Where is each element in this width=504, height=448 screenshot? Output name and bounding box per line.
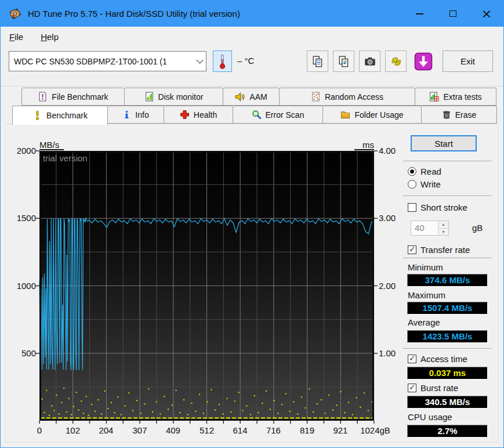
tab-folder-usage[interactable]: Folder Usage [323, 106, 422, 124]
y-left-tick-label: 1000 [6, 281, 36, 291]
cpu-usage-value: 2.7% [407, 425, 488, 438]
maximum-label: Maximum [408, 290, 445, 300]
tab-random-access[interactable]: Random Access [280, 88, 415, 106]
spinner-down-icon[interactable]: ▼ [438, 229, 448, 236]
trash-icon [442, 110, 451, 120]
extra-tests-icon [429, 92, 439, 102]
window-title: HD Tune Pro 5.75 - Hard Disk/SSD Utility… [28, 9, 240, 19]
tab-extra-tests[interactable]: Extra tests [415, 88, 496, 106]
cpu-usage-label: CPU usage [408, 412, 452, 422]
y-left-tick-label: 2000 [6, 146, 36, 156]
short-stroke-size-spinner[interactable]: 40 ▲ ▼ [411, 221, 449, 236]
short-stroke-checkbox[interactable]: Short stroke [408, 203, 467, 212]
short-stroke-unit: gB [472, 223, 483, 233]
random-access-icon [311, 92, 321, 102]
y-left-tick-label: 1500 [6, 213, 36, 223]
burst-rate-value: 340.5 MB/s [407, 396, 488, 409]
info-icon [122, 110, 131, 120]
x-tick-label: 716 [259, 425, 287, 435]
y-right-tick-label: 3.00 [379, 213, 405, 223]
close-button[interactable]: × [470, 1, 503, 27]
short-stroke-size-value: 40 [411, 221, 438, 235]
drive-select-value: WDC PC SN530 SDBPMPZ-1T00-1001 (1 [14, 57, 167, 66]
x-tick-label: 409 [159, 425, 187, 435]
copy-image-icon [338, 55, 350, 68]
chevron-down-icon [196, 56, 204, 64]
drive-select[interactable]: WDC PC SN530 SDBPMPZ-1T00-1001 (1 [9, 51, 206, 71]
toolbar: WDC PC SN530 SDBPMPZ-1T00-1001 (1 – °C [1, 47, 503, 86]
temperature-button[interactable] [213, 50, 232, 72]
tab-benchmark[interactable]: Benchmark [12, 106, 108, 125]
tab-disk-monitor[interactable]: Disk monitor [125, 88, 223, 106]
y-right-tick-label: 2.00 [379, 281, 405, 291]
y-left-tick-label: 500 [6, 348, 36, 358]
spinner-arrows[interactable]: ▲ ▼ [438, 221, 448, 235]
hdtune-logo-icon [8, 7, 22, 21]
file-benchmark-icon [38, 92, 48, 102]
tab-info[interactable]: Info [108, 106, 164, 124]
access-time-checkbox[interactable]: Access time [408, 354, 467, 364]
tab-file-benchmark[interactable]: File Benchmark [21, 88, 125, 106]
tab-aam[interactable]: AAM [223, 88, 280, 106]
write-radio[interactable]: Write [408, 179, 441, 189]
trial-watermark: trial version [43, 153, 88, 163]
tab-erase[interactable]: Erase [422, 106, 497, 124]
folder-icon [340, 110, 350, 120]
health-cross-icon [180, 110, 190, 120]
speaker-icon [235, 92, 245, 102]
x-tick-label: 512 [193, 425, 221, 435]
screenshot-camera-icon [364, 55, 376, 68]
menu-help[interactable]: Help [41, 32, 59, 42]
thermometer-icon [219, 54, 226, 69]
menu-file[interactable]: File [9, 32, 23, 42]
average-value: 1423.5 MB/s [407, 330, 488, 343]
start-button[interactable]: Start [411, 135, 477, 151]
separator [403, 196, 492, 197]
tab-row-secondary: File Benchmark Disk monitor AAM [21, 88, 496, 106]
transfer-rate-checkbox[interactable]: Transfer rate [408, 245, 470, 255]
minimize-icon [416, 13, 423, 15]
maximize-icon [449, 10, 456, 17]
x-tick-label: 921 [327, 425, 354, 435]
burst-rate-checkbox[interactable]: Burst rate [408, 383, 458, 393]
temperature-value: – °C [237, 56, 254, 66]
hands-button[interactable] [385, 50, 407, 72]
title-bar: HD Tune Pro 5.75 - Hard Disk/SSD Utility… [1, 1, 503, 27]
write-radio-circle [408, 180, 416, 189]
menu-bar: File Help [1, 27, 503, 47]
app-window: HD Tune Pro 5.75 - Hard Disk/SSD Utility… [0, 0, 504, 448]
y-left-axis-unit: MB/s [39, 140, 64, 150]
x-tick-label: 1024gB [357, 425, 394, 435]
maximize-button[interactable] [436, 1, 470, 27]
burst-rate-checkbox-box [408, 384, 416, 392]
spinner-up-icon[interactable]: ▲ [438, 221, 448, 229]
read-radio-circle [408, 167, 416, 176]
copy-image-button[interactable] [333, 50, 354, 72]
x-tick-label: 102 [59, 425, 86, 435]
benchmark-page: MB/s ms trial version 2000150010005004.0… [5, 124, 498, 442]
magnifier-icon [252, 110, 262, 120]
minimize-button[interactable] [403, 1, 436, 27]
read-radio[interactable]: Read [408, 167, 441, 176]
separator [403, 258, 492, 259]
x-tick-label: 204 [92, 425, 120, 435]
y-right-tick-label: 1.00 [379, 348, 405, 358]
disk-monitor-icon [144, 92, 154, 102]
benchmark-chart [39, 151, 374, 421]
x-tick-label: 819 [293, 425, 321, 435]
transfer-rate-checkbox-box [408, 245, 416, 254]
short-stroke-checkbox-box [408, 203, 416, 212]
download-button[interactable] [412, 50, 434, 72]
access-time-value: 0.037 ms [407, 367, 488, 380]
copy-text-button[interactable] [307, 50, 328, 72]
screenshot-button[interactable] [359, 50, 380, 72]
tab-row-primary: Benchmark Info Health Error Scan [12, 106, 497, 124]
maximum-value: 1507.4 MB/s [407, 302, 488, 315]
exit-button[interactable]: Exit [443, 50, 493, 72]
tab-health[interactable]: Health [164, 106, 233, 124]
tab-error-scan[interactable]: Error Scan [233, 106, 323, 124]
benchmark-control-panel: Start Read Write Short stroke 40 ▲ ▼ [403, 135, 496, 439]
y-right-tick-label: 4.00 [379, 146, 405, 156]
download-icon [414, 52, 433, 71]
x-tick-label: 307 [126, 425, 154, 435]
